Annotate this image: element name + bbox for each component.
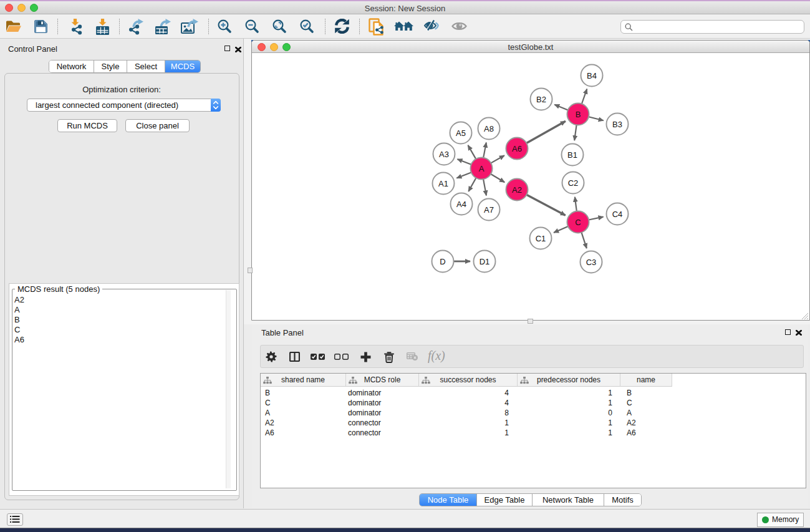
svg-text:A3: A3 [439, 150, 449, 159]
svg-text:D: D [440, 257, 445, 266]
svg-text:C3: C3 [586, 258, 597, 267]
svg-text:B: B [576, 110, 581, 119]
svg-text:B3: B3 [612, 120, 622, 129]
svg-text:A5: A5 [456, 128, 466, 138]
svg-text:f(x): f(x) [428, 350, 445, 363]
svg-text:C4: C4 [612, 210, 623, 219]
svg-text:A1: A1 [438, 179, 448, 188]
svg-text:B2: B2 [536, 95, 546, 104]
svg-text:B1: B1 [567, 150, 577, 160]
svg-text:A: A [479, 164, 485, 173]
svg-text:A4: A4 [456, 200, 466, 209]
svg-text:A2: A2 [512, 185, 522, 195]
svg-text:A6: A6 [512, 144, 522, 153]
svg-text:A8: A8 [484, 124, 494, 133]
svg-text:C2: C2 [568, 178, 579, 188]
svg-text:B4: B4 [587, 71, 597, 80]
svg-text:C: C [575, 218, 581, 227]
svg-text:D1: D1 [480, 257, 490, 266]
svg-text:C1: C1 [536, 234, 546, 243]
svg-text:A7: A7 [484, 205, 494, 215]
